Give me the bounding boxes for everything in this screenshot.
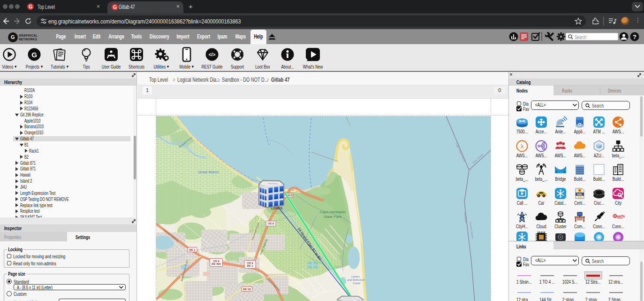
svg-text:netTerrain: netTerrain — [617, 215, 625, 218]
svg-text:SSL: SSL — [577, 193, 583, 196]
svg-text:Canal: Canal — [353, 282, 360, 285]
svg-text:λ: λ — [521, 143, 524, 150]
svg-text:State Park: State Park — [324, 215, 341, 219]
svg-text:DE 404: DE 404 — [212, 262, 221, 265]
svg-text:</>: </> — [209, 52, 216, 57]
svg-text:DE 1: DE 1 — [189, 248, 196, 251]
svg-text:Cape Henlopen: Cape Henlopen — [319, 210, 346, 214]
svg-text:Lewes: Lewes — [351, 275, 359, 278]
svg-text:DE 1D: DE 1D — [243, 288, 251, 291]
svg-text:US 9: US 9 — [268, 222, 274, 225]
svg-text:and Rehoboth: and Rehoboth — [347, 278, 365, 281]
svg-text:DE 1: DE 1 — [247, 264, 254, 267]
svg-text:Great Marsh: Great Marsh — [198, 170, 219, 174]
svg-text:?: ? — [633, 33, 636, 40]
svg-text:G: G — [31, 51, 37, 59]
